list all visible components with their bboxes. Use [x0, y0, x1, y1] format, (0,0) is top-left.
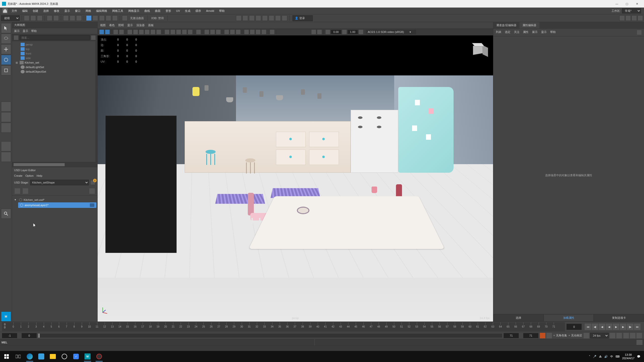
- maya-badge-icon[interactable]: M: [1, 311, 11, 322]
- tray-volume-icon[interactable]: 🔊: [604, 355, 608, 358]
- script-editor-icon[interactable]: [636, 340, 642, 345]
- vp-image-plane-icon[interactable]: [119, 29, 124, 34]
- render-icon[interactable]: [236, 15, 242, 21]
- stop-icon[interactable]: [282, 15, 287, 21]
- menu-display[interactable]: 显示: [62, 9, 72, 13]
- menu-meshtools[interactable]: 网格工具: [110, 9, 126, 13]
- menu-cache[interactable]: 缓存: [193, 9, 204, 13]
- ae-menu-list[interactable]: 列表: [496, 30, 501, 35]
- go-end-icon[interactable]: ⏭: [634, 324, 640, 330]
- outliner-menu-help[interactable]: 帮助: [31, 29, 37, 33]
- menu-file[interactable]: 文件: [9, 9, 20, 13]
- audio-icon[interactable]: [623, 333, 629, 338]
- pause-icon[interactable]: [275, 15, 281, 21]
- open-scene-icon[interactable]: [30, 15, 36, 21]
- rotate-tool[interactable]: [1, 55, 11, 65]
- outliner-toggle-icon[interactable]: [1, 141, 11, 151]
- vp-safe-action-icon[interactable]: [150, 29, 155, 34]
- menuset-dropdown[interactable]: 建模: [1, 15, 20, 21]
- usd-menu-create[interactable]: Create: [14, 174, 22, 177]
- menu-edit[interactable]: 编辑: [20, 9, 30, 13]
- usd-pin-icon[interactable]: 2: [90, 180, 95, 185]
- vp-shadows-icon[interactable]: [188, 29, 193, 34]
- tray-chevron-icon[interactable]: ˄: [589, 355, 590, 358]
- anim-prefs-icon[interactable]: [616, 333, 622, 338]
- time-slider[interactable]: 00 0123456789101112131415161718192021222…: [2, 322, 565, 331]
- play-back-icon[interactable]: ◀: [606, 324, 612, 330]
- vp-lock-cam-icon[interactable]: [105, 29, 110, 34]
- menu-curves[interactable]: 曲线: [142, 9, 152, 13]
- menu-uv[interactable]: UV: [174, 9, 182, 12]
- live-surface-icon[interactable]: [122, 15, 128, 21]
- taskbar-browser-icon[interactable]: [36, 351, 47, 361]
- scale-tool[interactable]: [1, 65, 11, 75]
- lasso-icon[interactable]: [70, 15, 75, 21]
- vp-dof-icon[interactable]: [261, 29, 266, 34]
- outliner-search-input[interactable]: [20, 35, 90, 40]
- outliner-hscroll[interactable]: [12, 162, 97, 167]
- collapse-icon[interactable]: ▾: [15, 198, 18, 201]
- usd-layer-root[interactable]: ▾ Kitchen_set.usd*: [13, 197, 96, 202]
- move-tool[interactable]: [1, 44, 11, 54]
- menu-select[interactable]: 选择: [41, 9, 51, 13]
- vp-select-cam-icon[interactable]: [99, 29, 104, 34]
- vp-menu-panels[interactable]: 面板: [148, 23, 154, 27]
- vp-film-gate-icon[interactable]: [133, 29, 138, 34]
- expand-icon[interactable]: ⊞: [16, 61, 19, 64]
- render-settings-icon[interactable]: [256, 15, 261, 21]
- ae-btn-copy-tab[interactable]: 复制选项卡: [594, 314, 644, 322]
- viewcube[interactable]: [470, 43, 488, 61]
- search-tool-icon[interactable]: [1, 209, 11, 219]
- snap-point-icon[interactable]: [99, 15, 105, 21]
- prefs-icon[interactable]: [636, 333, 642, 338]
- account-login[interactable]: 👤 登录: [293, 15, 313, 21]
- usd-layer-anonymous[interactable]: anonymousLayer1*: [18, 202, 96, 208]
- ae-menu-attr[interactable]: 属性: [523, 30, 529, 35]
- toggle-panel-icon[interactable]: [269, 15, 274, 21]
- snap-plane-icon[interactable]: [106, 15, 111, 21]
- usd-stage-dropdown[interactable]: Kitchen_setShape: [30, 180, 89, 185]
- render-frame-icon[interactable]: [243, 15, 248, 21]
- ae-menu-focus[interactable]: 关注: [514, 30, 519, 35]
- maximize-button[interactable]: ▢: [622, 0, 632, 8]
- close-button[interactable]: ✕: [632, 0, 642, 8]
- vp-exposure-icon[interactable]: [270, 29, 275, 34]
- layout-single-icon[interactable]: [1, 102, 11, 112]
- save-scene-icon[interactable]: [37, 15, 43, 21]
- vp-contrast-icon[interactable]: [342, 29, 347, 34]
- layout-btn-3[interactable]: [631, 15, 637, 21]
- edit-layer-icon[interactable]: [90, 203, 94, 207]
- layout-four-icon[interactable]: [1, 112, 11, 122]
- layout-btn-4[interactable]: [637, 15, 643, 21]
- outliner-item-lightset[interactable]: defaultLightSet: [12, 65, 95, 69]
- taskbar-todo-icon[interactable]: ✓: [70, 351, 82, 361]
- vp-textured-icon[interactable]: [176, 29, 181, 34]
- outliner-item-side[interactable]: side: [12, 56, 95, 60]
- step-fwd-icon[interactable]: ▶: [620, 324, 626, 330]
- taskbar-edge-icon[interactable]: [24, 351, 35, 361]
- vp-menu-lighting[interactable]: 照明: [118, 23, 124, 27]
- target-icon[interactable]: [20, 204, 23, 207]
- vp-lights-icon[interactable]: [182, 29, 187, 34]
- step-back-icon[interactable]: ◀: [599, 324, 605, 330]
- anim-end-field[interactable]: 71: [523, 333, 538, 338]
- menu-generate[interactable]: 生成: [182, 9, 193, 13]
- vp-safe-title-icon[interactable]: [156, 29, 161, 34]
- tab-attribute-editor[interactable]: 属性编辑器: [519, 22, 539, 28]
- vp-menu-renderer[interactable]: 渲染器: [136, 23, 145, 27]
- vp-color-mgmt-icon[interactable]: [358, 29, 364, 34]
- new-scene-icon[interactable]: [24, 15, 29, 21]
- minimize-button[interactable]: —: [612, 0, 622, 8]
- ae-menu-help[interactable]: 帮助: [550, 30, 556, 35]
- menu-arnold[interactable]: Arnold: [204, 9, 217, 12]
- ae-menu-display[interactable]: 显示: [541, 30, 547, 35]
- menu-surfaces[interactable]: 曲面: [152, 9, 163, 13]
- vp-ao-icon[interactable]: [244, 29, 249, 34]
- menu-meshdisplay[interactable]: 网格显示: [126, 9, 142, 13]
- usd-save-icon[interactable]: [89, 188, 95, 194]
- loop-mode-icon[interactable]: [610, 333, 615, 338]
- character-set-dropdown[interactable]: 无角色集: [556, 334, 567, 337]
- graph-editor-icon[interactable]: [1, 152, 11, 162]
- menu-modify[interactable]: 修改: [51, 9, 62, 13]
- taskbar-clock-icon[interactable]: [59, 351, 70, 361]
